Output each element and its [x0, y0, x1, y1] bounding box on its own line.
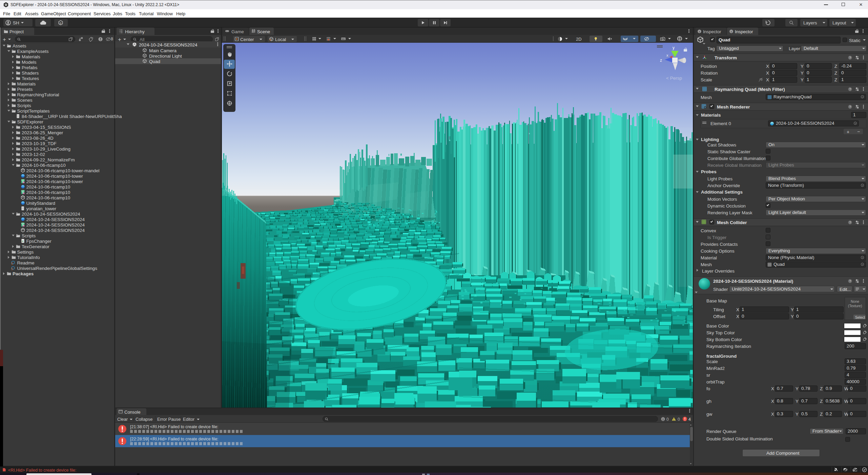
- svg-text:{}: {}: [11, 262, 13, 265]
- svg-text:?: ?: [849, 279, 851, 283]
- svg-text:#: #: [22, 239, 23, 242]
- svg-text:{}: {}: [11, 268, 13, 270]
- svg-text:S: S: [22, 191, 24, 194]
- svg-text:S: S: [22, 223, 24, 226]
- svg-text:S: S: [22, 180, 24, 183]
- svg-text:?: ?: [849, 56, 851, 59]
- svg-text:i: i: [663, 418, 663, 421]
- svg-text:y: y: [673, 45, 675, 50]
- svg-text:p: p: [60, 21, 61, 25]
- svg-text:?: ?: [849, 221, 851, 224]
- svg-text:i: i: [731, 30, 731, 33]
- svg-text:z: z: [660, 58, 662, 63]
- svg-text:?: ?: [849, 87, 851, 91]
- svg-text:i: i: [699, 30, 700, 33]
- svg-text:?: ?: [849, 105, 851, 108]
- svg-text:x: x: [666, 53, 668, 57]
